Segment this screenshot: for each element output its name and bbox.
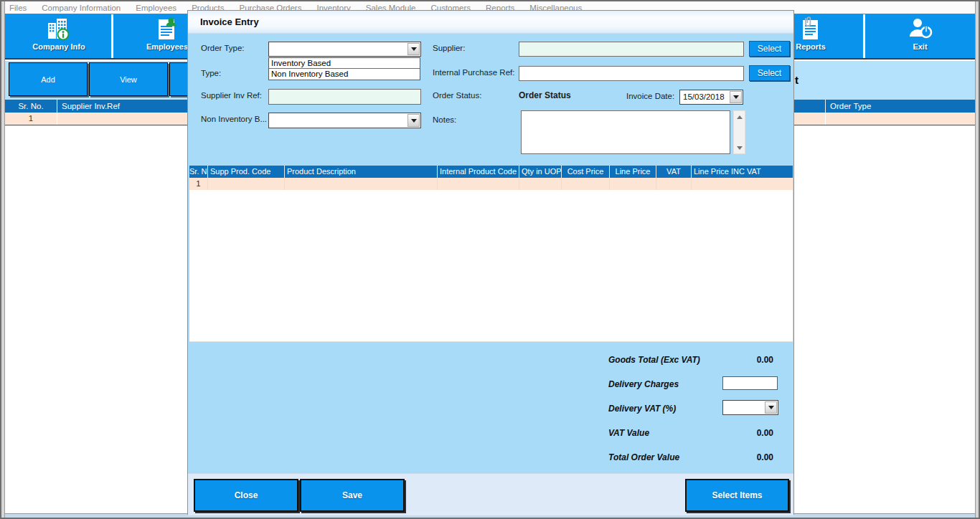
window-frame-left [1, 1, 5, 518]
items-row-sr-no: 1 [189, 178, 208, 190]
building-info-icon [44, 15, 74, 44]
menu-item-files[interactable]: Files [9, 4, 27, 12]
employees-label: Employees [146, 42, 188, 51]
column-separator [57, 113, 57, 125]
items-col-product-description[interactable]: Product Description [285, 166, 438, 178]
clipped-window-title: t [795, 74, 798, 86]
exit-label: Exit [913, 42, 927, 51]
invoice-date-value: 15/03/2018 [683, 92, 725, 101]
notes-label: Notes: [433, 115, 456, 124]
items-grid-body[interactable] [189, 190, 793, 342]
order-status-label: Order Status: [433, 91, 481, 100]
reports-label: Reports [796, 42, 826, 51]
supplier-inv-ref-input[interactable] [268, 89, 421, 105]
items-grid-header: Sr. No. Supp Prod. Code Product Descript… [189, 166, 793, 178]
goods-total-value: 0.00 [702, 355, 773, 365]
items-row-cell [562, 178, 610, 190]
chevron-down-icon [733, 95, 739, 99]
scroll-up-button[interactable] [734, 112, 745, 122]
internal-purchase-ref-input[interactable] [519, 66, 744, 81]
chevron-down-icon [768, 406, 774, 409]
order-status-value: Order Status [519, 90, 571, 100]
employee-document-icon [152, 15, 182, 44]
save-button[interactable]: Save [300, 479, 405, 512]
add-button[interactable]: Add [9, 62, 88, 96]
items-grid-row-1[interactable]: 1 [189, 178, 793, 190]
column-separator [825, 100, 826, 113]
dialog-bottom-bar: Close Save Select Items [188, 473, 793, 515]
menu-item-employees[interactable]: Employees [136, 4, 176, 12]
type-label: Type: [201, 69, 221, 77]
items-row-cell [610, 178, 656, 190]
order-type-combobox[interactable] [268, 42, 421, 57]
goods-total-label: Goods Total (Exc VAT) [608, 355, 700, 365]
dialog-titlebar: Invoice Entry [188, 11, 793, 34]
dialog-title: Invoice Entry [200, 16, 259, 27]
internal-purchase-ref-label: Internal Purchase Ref: [433, 68, 514, 77]
items-col-qty-in-uop[interactable]: Qty in UOP [519, 166, 562, 178]
orders-row-sr-no: 1 [5, 113, 57, 125]
scroll-down-button[interactable] [734, 143, 745, 153]
vat-value: 0.00 [702, 428, 773, 438]
total-order-value-label: Total Order Value [608, 452, 679, 462]
items-row-cell [692, 178, 793, 190]
dropdown-option-inventory-based[interactable]: Inventory Based [269, 58, 420, 69]
delivery-vat-label: Delivery VAT (%) [608, 404, 676, 414]
delivery-vat-combobox[interactable] [722, 400, 778, 415]
combo-dropdown-button[interactable] [407, 43, 420, 55]
delivery-charges-input[interactable] [722, 376, 778, 390]
menu-item-company-information[interactable]: Company Information [42, 4, 121, 12]
orders-grid-col-order-type[interactable]: Order Type [830, 100, 871, 113]
exit-power-icon [905, 15, 936, 44]
items-col-vat[interactable]: VAT [656, 166, 692, 178]
select-items-button[interactable]: Select Items [685, 479, 789, 512]
supplier-label: Supplier: [433, 44, 465, 52]
items-col-internal-product-code[interactable]: Internal Product Code [438, 166, 519, 178]
report-paperclip-icon [796, 15, 826, 44]
company-info-button[interactable]: Company Info [6, 14, 111, 58]
supplier-select-button[interactable]: Select [749, 41, 790, 57]
window-frame-right [975, 1, 979, 518]
combo-dropdown-button[interactable] [407, 114, 420, 127]
orders-grid-col-sr-no[interactable]: Sr. No. [5, 100, 57, 113]
items-col-supp-prod-code[interactable]: Supp Prod. Code [208, 166, 285, 178]
non-inventory-label: Non Inventory B... [201, 115, 267, 123]
items-col-cost-price[interactable]: Cost Price [562, 166, 610, 178]
invoice-date-label: Invoice Date: [626, 92, 674, 100]
internal-purchase-ref-select-button[interactable]: Select [749, 65, 790, 81]
delivery-charges-label: Delivery Charges [608, 379, 679, 389]
non-inventory-combobox[interactable] [268, 113, 421, 128]
items-row-cell [656, 178, 692, 190]
total-order-value: 0.00 [702, 452, 773, 462]
view-button[interactable]: View [89, 62, 168, 96]
order-type-label: Order Type: [201, 44, 245, 52]
items-row-cell [438, 178, 519, 190]
items-row-cell [208, 178, 285, 190]
items-row-cell [285, 178, 438, 190]
chevron-down-icon [411, 119, 417, 123]
order-type-dropdown-list: Inventory Based Non Inventory Based [268, 57, 420, 80]
supplier-inv-ref-label: Supplier Inv Ref: [201, 91, 262, 100]
supplier-input[interactable] [519, 42, 744, 57]
application-window: Files Company Information Employees Prod… [0, 0, 980, 519]
column-separator [57, 100, 57, 113]
invoice-entry-dialog: Invoice Entry Order Type: Type: Inventor… [187, 10, 794, 515]
dropdown-option-non-inventory-based[interactable]: Non Inventory Based [269, 69, 420, 80]
company-info-label: Company Info [32, 42, 85, 51]
vat-value-label: VAT Value [608, 428, 649, 438]
column-separator [825, 113, 826, 125]
combo-dropdown-button[interactable] [730, 91, 742, 103]
items-col-line-price[interactable]: Line Price [610, 166, 656, 178]
items-col-line-price-inc-vat[interactable]: Line Price INC VAT [692, 166, 793, 178]
exit-button[interactable]: Exit [865, 14, 975, 58]
close-button[interactable]: Close [194, 479, 298, 512]
notes-scrollbar[interactable] [733, 110, 745, 154]
combo-dropdown-button[interactable] [765, 401, 777, 414]
items-col-sr-no[interactable]: Sr. No. [189, 166, 208, 178]
invoice-date-picker[interactable]: 15/03/2018 [679, 90, 743, 105]
orders-grid-col-supplier-inv-ref[interactable]: Supplier Inv.Ref [62, 100, 120, 113]
items-row-cell [519, 178, 562, 190]
triangle-up-icon [737, 115, 743, 119]
notes-textarea[interactable] [521, 110, 730, 154]
chevron-down-icon [411, 47, 417, 51]
